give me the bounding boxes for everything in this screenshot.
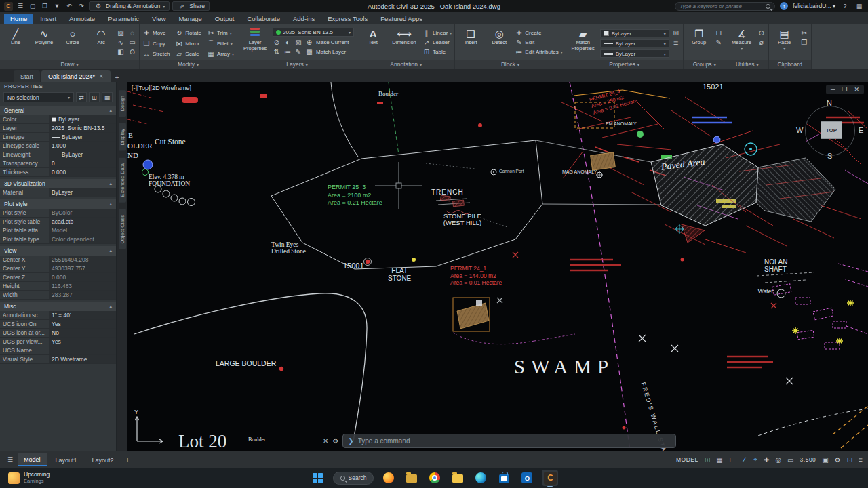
label-cut-stone[interactable]: Cut Stone — [155, 138, 186, 146]
layer-properties-button[interactable]: Layer Properties — [240, 26, 270, 60]
rectangle-icon[interactable]: ▭ — [128, 39, 136, 46]
label-boulder-bottom[interactable]: Boulder — [248, 437, 266, 443]
taskbar-search[interactable]: Search — [333, 472, 374, 485]
table-button[interactable]: ⊞Table — [422, 48, 452, 56]
osnap-icon[interactable]: ⌖ — [753, 455, 757, 464]
apps-icon[interactable]: ▦ — [854, 1, 864, 11]
ortho-icon[interactable]: ∟ — [729, 456, 736, 464]
panel-title-draw[interactable]: Draw▾ — [0, 60, 139, 69]
panel-title-clipboard[interactable]: Clipboard — [769, 60, 811, 69]
isolate-objects-icon[interactable]: ⊡ — [847, 456, 852, 464]
folder-taskbar-button[interactable] — [450, 470, 466, 486]
panel-title-modify[interactable]: Modify▾ — [140, 60, 237, 69]
text-button[interactable]: AText — [360, 26, 386, 60]
tab-collaborate[interactable]: Collaborate — [241, 14, 286, 24]
object-color-dropdown[interactable]: ByLayer▾ — [600, 29, 669, 37]
label-cannon-port[interactable]: Cannon Port — [499, 169, 524, 174]
annotation-scale-value[interactable]: 3.500 — [800, 456, 816, 463]
layout-menu-icon[interactable]: ☰ — [5, 455, 15, 464]
user-menu[interactable]: felicia.bairdU... ▾ — [793, 3, 835, 9]
layer-lock-icon[interactable]: ⊕ — [305, 39, 313, 46]
stretch-button[interactable]: ↔Stretch — [142, 50, 170, 58]
rotate-button[interactable]: ↻Rotate — [175, 29, 201, 37]
grid-icon[interactable]: ⊞ — [705, 456, 710, 464]
panel-title-block[interactable]: Block▾ — [455, 60, 565, 69]
label-em-anomaly[interactable]: EM ANOMALY — [606, 121, 637, 127]
edge-taskbar-button[interactable] — [473, 470, 489, 486]
prop-row[interactable]: LineweightByLayer — [0, 150, 116, 159]
quick-select-icon[interactable]: ⊙ — [757, 29, 766, 37]
panel-title-layers[interactable]: Layers▾ — [237, 60, 357, 69]
compass-south[interactable]: S — [827, 152, 832, 160]
cut-icon[interactable]: ✂ — [800, 29, 808, 37]
help-search-input[interactable] — [679, 3, 763, 9]
section-view[interactable]: View▴ — [0, 246, 116, 256]
minimize-icon[interactable]: ─ — [831, 86, 835, 93]
file-tab-start[interactable]: Start — [14, 70, 40, 82]
command-input[interactable] — [358, 437, 671, 445]
prop-row[interactable]: Plot table typeColor dependent — [0, 235, 116, 244]
lineweight-dropdown[interactable]: ByLayer▾ — [600, 49, 669, 58]
layer-prev-icon[interactable]: ▩ — [305, 48, 313, 56]
annotation-visibility-icon[interactable]: ▣ — [822, 456, 828, 464]
app-menu-icon[interactable]: ☰ — [16, 1, 25, 11]
dynamic-input-icon[interactable]: ◎ — [775, 456, 781, 464]
copy-clip-icon[interactable]: ❐ — [800, 39, 808, 46]
label-edge-older[interactable]: OLDER — [127, 142, 153, 150]
viewport-view-control[interactable]: [Top] — [137, 85, 151, 92]
label-foundation[interactable]: FOUNDATION — [149, 180, 190, 187]
prop-row[interactable]: Layer2025_Sonic BN-13.5 — [0, 124, 116, 133]
help-search-box[interactable] — [675, 2, 775, 11]
outlook-taskbar-button[interactable]: O — [519, 470, 535, 486]
layout-tab-layout1[interactable]: Layout1 — [50, 454, 83, 466]
id-point-icon[interactable]: ⌀ — [757, 39, 766, 46]
avatar[interactable]: f — [780, 2, 788, 10]
properties-palette-icon[interactable]: ⊞ — [672, 29, 680, 37]
close-icon[interactable]: ✕ — [99, 73, 104, 79]
share-button[interactable]: ⇗ Share — [172, 1, 210, 11]
edit-block-button[interactable]: ✎Edit — [515, 39, 562, 46]
tab-featured-apps[interactable]: Featured Apps — [374, 14, 429, 24]
array-button[interactable]: ▦Array▾ — [207, 50, 234, 58]
paste-button[interactable]: ▤Paste▾ — [772, 26, 797, 60]
match-layer-button[interactable]: Match Layer — [316, 49, 346, 55]
quick-select-icon[interactable]: ▦ — [102, 92, 113, 102]
trim-button[interactable]: ✂Trim▾ — [207, 29, 234, 37]
prop-row[interactable]: UCS icon OnYes — [0, 320, 116, 329]
space-toggle[interactable]: MODEL — [676, 456, 698, 463]
measure-button[interactable]: ∡Measure▾ — [729, 26, 755, 60]
label-twin-eyes[interactable]: Twin Eyes Drilled Stone — [271, 241, 306, 256]
tab-output[interactable]: Output — [209, 14, 241, 24]
label-point-15021[interactable]: 15021 — [703, 83, 724, 91]
prop-row[interactable]: UCS Name — [0, 346, 116, 355]
customize-commandline-icon[interactable]: ⚙ — [332, 437, 338, 445]
circle-button[interactable]: ○Circle — [60, 26, 85, 60]
object-tracking-icon[interactable]: ✚ — [764, 456, 769, 464]
polar-tracking-icon[interactable]: ∠ — [741, 456, 747, 464]
prop-row[interactable]: Transparency0 — [0, 159, 116, 168]
layer-delete-icon[interactable]: ✎ — [294, 48, 302, 56]
selection-dropdown[interactable]: No selection▾ — [3, 92, 74, 102]
open-file-icon[interactable]: ❐ — [40, 1, 50, 11]
make-current-button[interactable]: Make Current — [316, 39, 349, 45]
prop-row[interactable]: UCS icon at or...No — [0, 329, 116, 338]
point-icon[interactable]: ⊙ — [128, 48, 136, 56]
group-button[interactable]: ❒Group — [686, 26, 712, 60]
prop-row[interactable]: Plot styleByColor — [0, 209, 116, 218]
new-layout-button[interactable]: ＋ — [123, 455, 133, 465]
save-icon[interactable]: ▼ — [52, 1, 62, 11]
compass-east[interactable]: E — [859, 126, 863, 134]
linear-button[interactable]: ∥Linear▾ — [422, 29, 452, 37]
label-nolan-shaft[interactable]: NOLAN SHAFT — [764, 258, 787, 273]
layer-freeze-icon[interactable]: ▧ — [294, 39, 302, 46]
panel-title-groups[interactable]: Groups▾ — [684, 60, 726, 69]
chrome-taskbar-button[interactable] — [427, 470, 443, 486]
civil3d-taskbar-button[interactable]: C — [542, 470, 558, 486]
toggle-pickadd-icon[interactable]: ⇄ — [76, 92, 87, 102]
label-mag-anomaly[interactable]: MAG ANOMALY — [562, 169, 597, 175]
undo-icon[interactable]: ↶ — [64, 1, 74, 11]
label-swamp[interactable]: SWAMP — [514, 357, 614, 378]
start-button[interactable] — [310, 470, 326, 486]
viewcube[interactable]: TOP — [821, 121, 842, 139]
tab-home[interactable]: Home — [4, 14, 33, 24]
